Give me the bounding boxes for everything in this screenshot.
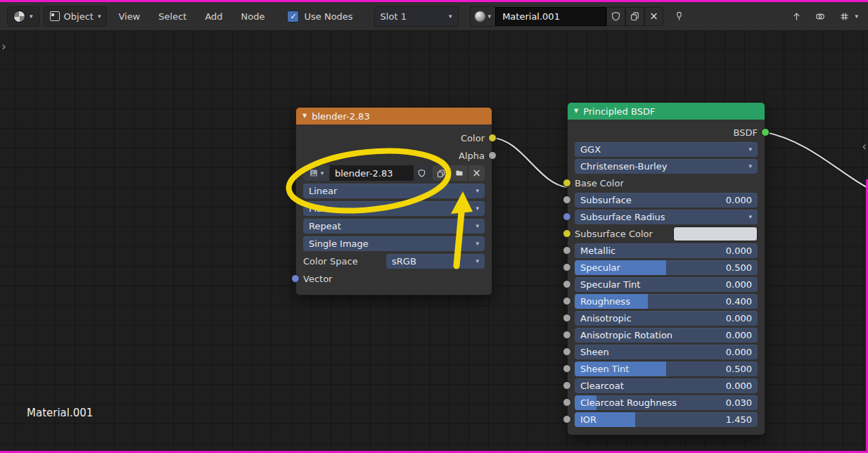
bsdf-row-ior: IOR1.450 [575, 411, 758, 427]
editor-type-dropdown[interactable]: ▾ [7, 6, 39, 27]
input-socket-subsurface-color[interactable] [563, 229, 571, 238]
distribution-dropdown[interactable]: GGX ▾ [575, 142, 758, 157]
color-space-dropdown[interactable]: sRGB ▾ [386, 254, 485, 269]
collapse-icon[interactable]: ▼ [574, 108, 578, 114]
input-socket-subsurface[interactable] [563, 196, 571, 204]
interpolation-dropdown[interactable]: Linear ▾ [303, 184, 485, 198]
shader-type-label: Object [64, 11, 94, 22]
source-dropdown[interactable]: Single Image ▾ [303, 236, 485, 251]
image-fake-user-button[interactable] [414, 165, 429, 181]
slider-label: Specular [580, 260, 620, 275]
principled-bsdf-node[interactable]: ▼ Principled BSDF BSDF GGX ▾ Christensen… [567, 102, 765, 435]
slider-anisotropic[interactable]: Anisotropic0.000 [575, 311, 758, 326]
input-socket-specular-tint[interactable] [563, 280, 571, 288]
image-open-button[interactable] [449, 165, 468, 181]
chevron-down-icon: ▾ [449, 13, 452, 20]
input-socket-sheen-tint[interactable] [563, 364, 571, 373]
chevron-down-icon: ▾ [748, 146, 752, 153]
subsurface-method-dropdown[interactable]: Christensen-Burley ▾ [575, 159, 758, 174]
image-copy-button[interactable] [433, 165, 449, 181]
input-socket-roughness[interactable] [563, 297, 571, 305]
slider-sheen[interactable]: Sheen0.000 [575, 345, 758, 359]
bsdf-row-subsurface-color: Subsurface Color [575, 226, 758, 241]
input-socket-vector[interactable] [291, 274, 300, 283]
input-socket-sheen[interactable] [563, 347, 571, 356]
input-socket-metallic[interactable] [563, 246, 571, 255]
new-material-button[interactable] [625, 7, 644, 26]
parent-tree-button[interactable] [787, 7, 805, 25]
input-socket-anisotropic[interactable] [563, 314, 571, 322]
image-texture-node[interactable]: ▼ blender-2.83 Color Alpha ▾ blender-2.8… [295, 107, 492, 295]
extension-dropdown[interactable]: Repeat ▾ [303, 219, 485, 234]
projection-dropdown[interactable]: Flat ▾ [303, 201, 485, 216]
image-unlink-button[interactable]: × [468, 165, 485, 181]
up-arrow-icon [791, 11, 802, 22]
image-browse-dropdown[interactable]: ▾ [303, 165, 330, 181]
shader-editor-icon [13, 11, 25, 23]
region-expand-right[interactable]: ‹ [862, 139, 867, 153]
header-right-icons: ▾ [787, 7, 861, 25]
node-title: blender-2.83 [312, 111, 370, 122]
output-socket-bsdf[interactable] [761, 128, 770, 136]
input-socket-ior[interactable] [563, 415, 571, 423]
input-socket-subsurface-radius[interactable] [563, 212, 571, 221]
pin-button[interactable] [674, 11, 684, 22]
input-socket-specular[interactable] [563, 263, 571, 272]
overlays-button[interactable] [811, 7, 829, 25]
snapping-control[interactable]: ▾ [835, 7, 858, 25]
fake-user-button[interactable] [606, 7, 625, 26]
slider-clearcoat-roughness[interactable]: Clearcoat Roughness0.030 [575, 395, 758, 410]
input-socket-anisotropic-rotation[interactable] [563, 331, 571, 339]
output-label: Color [461, 133, 485, 143]
snapping-button[interactable] [835, 7, 853, 25]
dropdown-subsurface-radius[interactable]: Subsurface Radius▾ [575, 210, 758, 224]
material-name-group: ▾ Material.001 × [470, 7, 664, 26]
subsurface-method-row: Christensen-Burley ▾ [575, 158, 758, 174]
material-name-field[interactable]: Material.001 [495, 7, 606, 26]
input-socket-base-color[interactable] [563, 179, 571, 187]
slider-roughness[interactable]: Roughness0.400 [575, 294, 758, 309]
output-socket-color[interactable] [488, 134, 497, 142]
image-name-field[interactable]: blender-2.83 [330, 165, 414, 181]
slider-value: 0.030 [726, 395, 752, 410]
input-socket-clearcoat-roughness[interactable] [563, 398, 571, 407]
unlink-material-button[interactable]: × [644, 7, 663, 26]
check-icon: ✓ [290, 12, 296, 21]
image-icon [309, 169, 319, 177]
shader-type-dropdown[interactable]: Object ▾ [44, 6, 108, 27]
collapse-icon[interactable]: ▼ [302, 113, 307, 119]
menu-select[interactable]: Select [151, 11, 193, 22]
menu-view[interactable]: View [111, 11, 147, 22]
slider-metallic[interactable]: Metallic0.000 [575, 243, 758, 258]
bsdf-node-header[interactable]: ▼ Principled BSDF [568, 103, 765, 120]
color-swatch-subsurface-color[interactable] [673, 226, 758, 241]
bsdf-row-anisotropic: Anisotropic0.000 [575, 310, 758, 326]
menu-node[interactable]: Node [234, 11, 272, 22]
slider-label: IOR [580, 412, 596, 427]
input-socket-clearcoat[interactable] [563, 381, 571, 390]
material-slot-dropdown[interactable]: Slot 1 ▾ [374, 6, 459, 27]
use-nodes-label: Use Nodes [304, 11, 352, 22]
browse-material-dropdown[interactable]: ▾ [470, 6, 496, 27]
use-nodes-checkbox[interactable]: ✓ [287, 11, 299, 23]
capture-border-top [0, 0, 868, 2]
use-nodes-toggle[interactable]: ✓ Use Nodes [287, 11, 352, 23]
menu-add[interactable]: Add [198, 11, 229, 22]
chevron-down-icon: ▾ [476, 223, 479, 229]
slider-label: Clearcoat [580, 378, 624, 393]
bsdf-row-metallic: Metallic0.000 [575, 243, 758, 258]
slider-subsurface[interactable]: Subsurface0.000 [575, 193, 758, 208]
chevron-down-icon: ▾ [748, 163, 752, 170]
output-row-alpha: Alpha [303, 148, 485, 163]
slider-specular[interactable]: Specular0.500 [575, 260, 758, 275]
slider-specular-tint[interactable]: Specular Tint0.000 [575, 277, 758, 292]
image-node-header[interactable]: ▼ blender-2.83 [296, 108, 492, 125]
image-selector-row: ▾ blender-2.83 × [303, 165, 485, 181]
chevron-down-icon: ▾ [476, 258, 479, 264]
slider-anisotropic-rotation[interactable]: Anisotropic Rotation0.000 [575, 328, 758, 343]
slider-ior[interactable]: IOR1.450 [575, 412, 758, 427]
output-socket-alpha[interactable] [488, 151, 497, 160]
slider-clearcoat[interactable]: Clearcoat0.000 [575, 378, 758, 393]
region-expand-left[interactable]: › [1, 39, 6, 53]
slider-sheen-tint[interactable]: Sheen Tint0.500 [575, 362, 758, 376]
